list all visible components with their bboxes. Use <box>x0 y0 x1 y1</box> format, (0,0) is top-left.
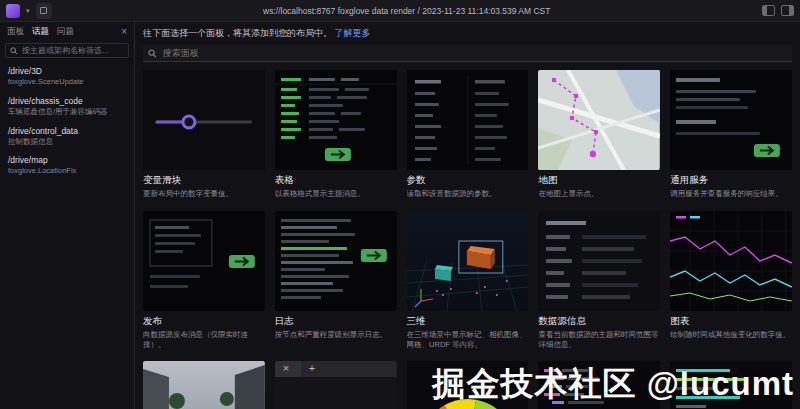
search-icon <box>10 47 18 55</box>
panel-card-desc: 在地图上显示点。 <box>538 189 660 199</box>
panel-card-tab[interactable]: × + <box>275 361 397 409</box>
topic-schema: foxglove.SceneUpdate <box>8 77 126 87</box>
topic-name: /drive/3D <box>8 66 126 76</box>
tab-problems[interactable]: 问题 <box>57 26 74 38</box>
panel-card-plot[interactable]: 图表 绘制随时间或其他值变化的数字值。 <box>670 211 792 350</box>
map-thumbnail-graphic <box>538 70 660 170</box>
right-sidebar-toggle-icon[interactable] <box>781 5 794 16</box>
table-thumbnail-graphic <box>275 70 397 170</box>
catalog-instruction: 往下面选择一个面板，将其添加到您的布局中。 了解更多 <box>143 27 792 40</box>
panel-catalog: 往下面选择一个面板，将其添加到您的布局中。 了解更多 <box>135 22 800 409</box>
panel-card-title: 通用服务 <box>670 174 792 187</box>
service-thumbnail-graphic <box>670 70 792 170</box>
panel-thumb-publish <box>143 211 265 311</box>
tab-close-icon[interactable]: × <box>283 362 289 374</box>
foxglove-logo-icon[interactable] <box>6 4 20 18</box>
watermark-text: 掘金技术社区 @lucumt <box>432 362 794 407</box>
panel-card-title: 数据源信息 <box>538 315 660 328</box>
panel-card-desc: 向数据源发布消息（仅限实时连接）。 <box>143 330 265 350</box>
topic-item-chassis-code[interactable]: /drive/chassis_code 车辆底盘信息/用于兼容编码器 <box>0 92 134 122</box>
panel-card-3d[interactable]: 三维 在三维场景中显示标记、相机图像、网格、URDF 等内容。 <box>407 211 529 350</box>
topic-name: /drive/chassis_code <box>8 96 126 106</box>
chevron-down-icon[interactable]: ▾ <box>26 7 30 14</box>
panel-thumb-data-source-info <box>538 211 660 311</box>
panel-card-desc: 绘制随时间或其他值变化的数字值。 <box>670 330 792 340</box>
panel-card-desc: 以表格格式显示主题消息。 <box>275 189 397 199</box>
topic-item-drive-3d[interactable]: /drive/3D foxglove.SceneUpdate <box>0 62 134 92</box>
slider-thumbnail-graphic <box>143 70 265 170</box>
topic-name: /drive/map <box>8 155 126 165</box>
panel-card-desc: 查看当前数据源的主题和时间范围等详细信息。 <box>538 330 660 350</box>
panel-card-desc: 按节点和严重程度级别显示日志。 <box>275 330 397 340</box>
close-icon[interactable]: × <box>121 27 127 37</box>
panel-card-title: 参数 <box>407 174 529 187</box>
sidebar-tabs: 面板 话题 问题 × <box>0 22 134 41</box>
panel-card-title: 日志 <box>275 315 397 328</box>
panel-thumb-3d <box>407 211 529 311</box>
panel-card-publish[interactable]: 发布 向数据源发布消息（仅限实时连接）。 <box>143 211 265 350</box>
titlebar: ▾ ws://localhost:8767 foxglove data rend… <box>0 0 800 22</box>
search-icon <box>148 49 157 58</box>
panel-search[interactable] <box>143 45 792 62</box>
panel-card-table[interactable]: 表格 以表格格式显示主题消息。 <box>275 70 397 199</box>
publish-thumbnail-graphic <box>143 211 265 311</box>
topic-schema: 车辆底盘信息/用于兼容编码器 <box>8 107 126 117</box>
panel-card-desc: 在三维场景中显示标记、相机图像、网格、URDF 等内容。 <box>407 330 529 350</box>
tab-thumbnail-graphic <box>275 361 397 409</box>
panel-card-desc: 读取和设置数据源的参数。 <box>407 189 529 199</box>
panel-card-title: 地图 <box>538 174 660 187</box>
panel-thumb-map <box>538 70 660 170</box>
panel-card-desc: 调用服务并查看服务的响应结果。 <box>670 189 792 199</box>
panel-card-data-source-info[interactable]: 数据源信息 查看当前数据源的主题和时间范围等详细信息。 <box>538 211 660 350</box>
tab-topics[interactable]: 话题 <box>32 26 49 38</box>
parameters-thumbnail-graphic <box>407 70 529 170</box>
topic-item-control-data[interactable]: /drive/control_data 控制数据信息 <box>0 122 134 152</box>
panel-card-parameters[interactable]: 参数 读取和设置数据源的参数。 <box>407 70 529 199</box>
topic-schema: 控制数据信息 <box>8 137 126 147</box>
connection-title: ws://localhost:8767 foxglove data render… <box>58 6 756 16</box>
left-sidebar-toggle-icon[interactable] <box>762 5 775 16</box>
panel-card-title: 变量滑块 <box>143 174 265 187</box>
panel-card-log[interactable]: 日志 按节点和严重程度级别显示日志。 <box>275 211 397 350</box>
panel-thumb-service-call <box>670 70 792 170</box>
panel-thumb-log <box>275 211 397 311</box>
panel-thumb-variable-slider <box>143 70 265 170</box>
panel-card-title: 三维 <box>407 315 529 328</box>
panel-card-title: 表格 <box>275 174 397 187</box>
panel-thumb-plot <box>670 211 792 311</box>
panel-grid: 变量滑块 更新布局中的数字变量值。 <box>143 70 792 409</box>
panel-search-input[interactable] <box>163 48 787 58</box>
panel-card-variable-slider[interactable]: 变量滑块 更新布局中的数字变量值。 <box>143 70 265 199</box>
plot-thumbnail-graphic <box>670 211 792 311</box>
panel-card-service-call[interactable]: 通用服务 调用服务并查看服务的响应结果。 <box>670 70 792 199</box>
topic-filter-input[interactable] <box>22 46 124 55</box>
panel-thumb-tab: × + <box>275 361 397 409</box>
panel-card-title: 图表 <box>670 315 792 328</box>
left-sidebar: 面板 话题 问题 × /drive/3D foxglove.SceneUpdat… <box>0 22 135 409</box>
panel-card-desc: 更新布局中的数字变量值。 <box>143 189 265 199</box>
learn-more-link[interactable]: 了解更多 <box>335 28 371 38</box>
topic-item-map[interactable]: /drive/map foxglove.LocationFix <box>0 151 134 181</box>
tab-panels[interactable]: 面板 <box>7 26 24 38</box>
panel-thumb-table <box>275 70 397 170</box>
log-thumbnail-graphic <box>275 211 397 311</box>
data-source-icon[interactable] <box>36 3 52 19</box>
panel-thumb-parameters <box>407 70 529 170</box>
panel-thumb-image <box>143 361 265 409</box>
panel-card-image[interactable] <box>143 361 265 409</box>
panel-card-map[interactable]: 地图 在地图上显示点。 <box>538 70 660 199</box>
source-info-thumbnail-graphic <box>538 211 660 311</box>
3d-thumbnail-graphic <box>407 211 529 311</box>
tab-add-icon[interactable]: + <box>309 362 315 374</box>
panel-card-title: 发布 <box>143 315 265 328</box>
topic-schema: foxglove.LocationFix <box>8 166 126 176</box>
topic-filter[interactable] <box>5 43 129 58</box>
camera-thumbnail-graphic <box>143 361 265 409</box>
topic-name: /drive/control_data <box>8 126 126 136</box>
instruction-text: 往下面选择一个面板，将其添加到您的布局中。 <box>143 28 332 38</box>
content-area: 面板 话题 问题 × /drive/3D foxglove.SceneUpdat… <box>0 22 800 409</box>
